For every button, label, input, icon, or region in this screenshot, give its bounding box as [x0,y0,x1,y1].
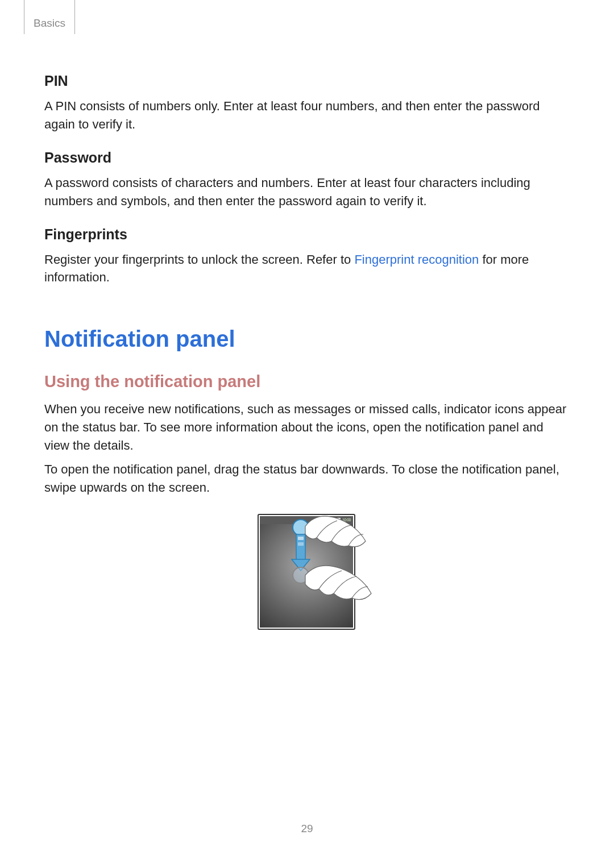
fingerprints-text-before: Register your fingerprints to unlock the… [44,252,354,267]
heading-password: Password [44,149,570,166]
notification-para1: When you receive new notifications, such… [44,400,570,455]
fingerprint-recognition-link[interactable]: Fingerprint recognition [354,252,479,267]
section-fingerprints: Fingerprints Register your fingerprints … [44,226,570,287]
section-password: Password A password consists of characte… [44,149,570,210]
heading-fingerprints: Fingerprints [44,226,570,243]
section-pin: PIN A PIN consists of numbers only. Ente… [44,73,570,134]
swipe-down-illustration: 10:00 [239,514,375,630]
hand-upper-icon [305,516,366,547]
body-password: A password consists of characters and nu… [44,174,570,210]
svg-rect-1 [298,542,304,546]
svg-rect-0 [298,537,304,540]
gesture-overlay [239,514,375,630]
body-fingerprints: Register your fingerprints to unlock the… [44,251,570,287]
page-number: 29 [0,823,614,835]
title-notification-panel: Notification panel [44,326,570,352]
subtitle-using-notification: Using the notification panel [44,372,570,391]
page-content: PIN A PIN consists of numbers only. Ente… [0,0,614,630]
heading-pin: PIN [44,73,570,89]
notification-para2: To open the notification panel, drag the… [44,460,570,497]
header-tab: Basics [24,0,75,34]
body-pin: A PIN consists of numbers only. Enter at… [44,97,570,134]
figure-wrap: 10:00 [44,514,570,630]
hand-lower-icon [305,566,371,600]
breadcrumb: Basics [34,17,65,30]
